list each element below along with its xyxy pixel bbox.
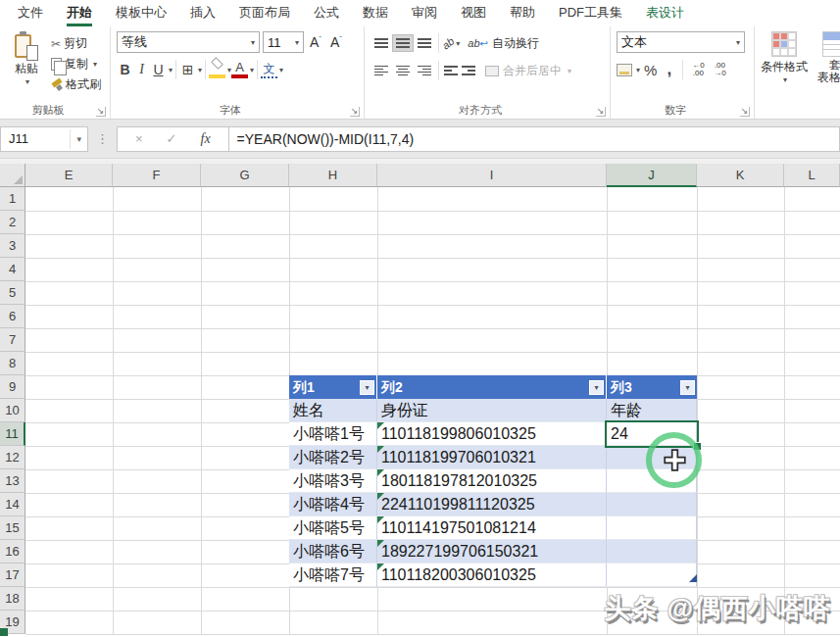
- formula-bar-splitter-icon[interactable]: ⋮: [88, 131, 117, 146]
- cell-name[interactable]: 小嗒嗒4号: [289, 493, 377, 516]
- table-label-cell[interactable]: 身份证: [377, 399, 607, 422]
- borders-button-icon[interactable]: ⊞: [179, 62, 196, 77]
- row-header-7[interactable]: 7: [0, 328, 25, 352]
- tab-审阅[interactable]: 审阅: [400, 0, 449, 26]
- tab-页面布局[interactable]: 页面布局: [227, 0, 302, 26]
- row-header-16[interactable]: 16: [0, 540, 25, 564]
- cell-name[interactable]: 小嗒嗒1号: [289, 422, 377, 446]
- orientation-icon[interactable]: ab: [440, 35, 457, 52]
- row-header-11[interactable]: 11: [0, 422, 25, 446]
- filter-button-列1[interactable]: ▾: [360, 380, 374, 395]
- conditional-formatting-button[interactable]: 条件格式 ▾: [761, 31, 808, 84]
- bold-button[interactable]: B: [117, 62, 133, 77]
- underline-button[interactable]: U: [150, 62, 167, 77]
- copy-button[interactable]: 复制 ▾: [51, 55, 101, 74]
- cell-id[interactable]: 110114197501081214: [377, 516, 607, 540]
- font-size-select[interactable]: 11 ▾: [263, 31, 304, 53]
- borders-dropdown-icon[interactable]: ▾: [198, 66, 202, 74]
- confirm-icon[interactable]: ✓: [155, 131, 189, 146]
- row-header-13[interactable]: 13: [0, 469, 25, 493]
- cell-name[interactable]: 小嗒嗒5号: [289, 516, 377, 540]
- cell-id[interactable]: 110118200306010325: [377, 564, 607, 587]
- row-header-6[interactable]: 6: [0, 305, 25, 328]
- tab-数据[interactable]: 数据: [351, 0, 400, 26]
- row-header-1[interactable]: 1: [0, 187, 25, 211]
- row-header-4[interactable]: 4: [0, 258, 25, 281]
- column-header-E[interactable]: E: [25, 164, 113, 187]
- filter-button-列3[interactable]: ▾: [680, 380, 695, 395]
- format-painter-button[interactable]: 格式刷: [51, 75, 101, 94]
- column-header-I[interactable]: I: [377, 164, 607, 187]
- increase-indent-icon[interactable]: [460, 63, 477, 78]
- cell-id[interactable]: 110118199806010325: [377, 422, 607, 446]
- row-header-2[interactable]: 2: [0, 211, 25, 234]
- font-name-dropdown-icon[interactable]: ▾: [251, 38, 255, 47]
- row-header-18[interactable]: 18: [0, 587, 25, 611]
- tab-帮助[interactable]: 帮助: [498, 0, 547, 26]
- phonetic-button[interactable]: 文: [261, 61, 277, 78]
- table-header-cell-列3[interactable]: 列3▾: [607, 375, 697, 399]
- name-box[interactable]: J11 ▾: [0, 126, 88, 152]
- merge-center-dropdown-icon[interactable]: ▾: [568, 67, 571, 75]
- orientation-dropdown-icon[interactable]: ▾: [456, 39, 460, 48]
- comma-style-button[interactable]: ,: [661, 65, 677, 74]
- number-dialog-launcher-icon[interactable]: ↘: [740, 107, 750, 117]
- underline-dropdown-icon[interactable]: ▾: [169, 66, 173, 74]
- row-header-12[interactable]: 12: [0, 446, 25, 469]
- cell-name[interactable]: 小嗒嗒2号: [289, 446, 377, 469]
- row-header-15[interactable]: 15: [0, 516, 25, 540]
- tab-文件[interactable]: 文件: [6, 0, 55, 26]
- paste-dropdown-icon[interactable]: ▾: [25, 77, 29, 86]
- name-box-dropdown-icon[interactable]: ▾: [70, 129, 87, 149]
- cell-age[interactable]: [607, 540, 697, 564]
- conditional-formatting-dropdown-icon[interactable]: ▾: [783, 75, 787, 84]
- number-format-dropdown-icon[interactable]: ▾: [736, 38, 740, 47]
- alignment-dialog-launcher-icon[interactable]: ↘: [596, 107, 606, 117]
- increase-decimal-button[interactable]: ←0.00: [688, 62, 708, 77]
- copy-dropdown-icon[interactable]: ▾: [93, 60, 97, 69]
- column-header-G[interactable]: G: [201, 164, 289, 187]
- cell-id[interactable]: 110118199706010321: [377, 446, 607, 469]
- table-label-cell[interactable]: 年龄: [607, 399, 697, 422]
- format-as-table-button[interactable]: 套 表格格: [817, 31, 840, 84]
- cell-id[interactable]: 224110199811120325: [377, 493, 607, 516]
- insert-function-icon[interactable]: fx: [189, 131, 222, 147]
- cell-name[interactable]: 小嗒嗒7号: [289, 564, 377, 587]
- font-dialog-launcher-icon[interactable]: ↘: [350, 107, 360, 117]
- clipboard-dialog-launcher-icon[interactable]: ↘: [96, 107, 106, 117]
- paste-button[interactable]: 粘贴 ▾: [6, 31, 47, 94]
- column-header-K[interactable]: K: [697, 164, 784, 187]
- row-header-17[interactable]: 17: [0, 564, 25, 587]
- cell-age[interactable]: [607, 493, 697, 516]
- phonetic-dropdown-icon[interactable]: ▾: [279, 66, 283, 74]
- decrease-decimal-button[interactable]: .00→0: [710, 62, 729, 77]
- accounting-format-icon[interactable]: [617, 64, 632, 76]
- font-name-select[interactable]: 等线 ▾: [117, 31, 260, 53]
- cell-id[interactable]: 180118197812010325: [377, 469, 607, 493]
- row-header-9[interactable]: 9: [0, 375, 25, 399]
- cell-age[interactable]: [607, 564, 697, 587]
- number-format-select[interactable]: 文本 ▾: [617, 31, 745, 53]
- italic-button[interactable]: I: [133, 62, 150, 77]
- tab-表设计[interactable]: 表设计: [634, 0, 696, 26]
- font-color-dropdown-icon[interactable]: ▾: [250, 66, 254, 74]
- tab-公式[interactable]: 公式: [302, 0, 351, 26]
- percent-style-button[interactable]: %: [642, 62, 659, 78]
- column-header-L[interactable]: L: [784, 164, 840, 187]
- column-header-F[interactable]: F: [113, 164, 201, 187]
- font-size-dropdown-icon[interactable]: ▾: [295, 38, 299, 47]
- cell-name[interactable]: 小嗒嗒3号: [289, 469, 377, 493]
- grow-font-button[interactable]: Aˆ: [307, 34, 324, 50]
- row-header-10[interactable]: 10: [0, 399, 25, 422]
- tab-视图[interactable]: 视图: [449, 0, 498, 26]
- row-header-14[interactable]: 14: [0, 493, 25, 516]
- row-header-3[interactable]: 3: [0, 234, 25, 258]
- cancel-icon[interactable]: ×: [124, 131, 155, 146]
- accounting-dropdown-icon[interactable]: ▾: [636, 66, 640, 74]
- cell-name[interactable]: 小嗒嗒6号: [289, 540, 377, 564]
- decrease-indent-icon[interactable]: [442, 63, 460, 78]
- tab-PDF工具集[interactable]: PDF工具集: [547, 0, 634, 26]
- filter-button-列2[interactable]: ▾: [589, 380, 604, 395]
- cell-id[interactable]: 189227199706150321: [377, 540, 607, 564]
- align-bottom-icon[interactable]: [414, 34, 435, 52]
